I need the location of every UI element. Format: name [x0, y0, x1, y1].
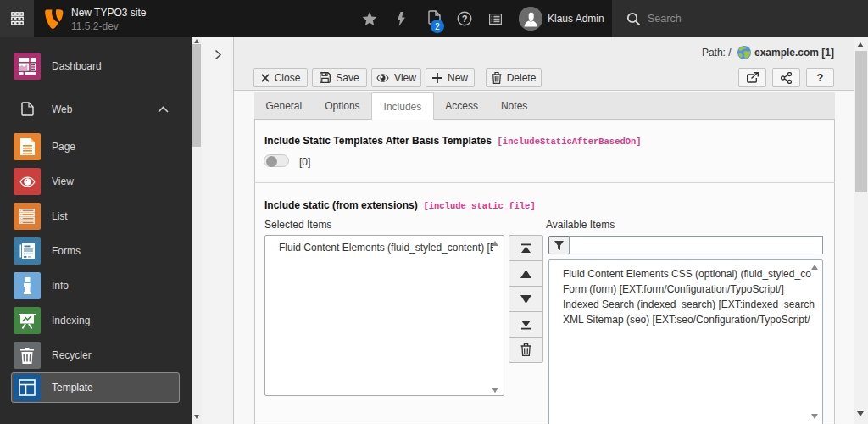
svg-text:?: ?: [462, 14, 468, 24]
